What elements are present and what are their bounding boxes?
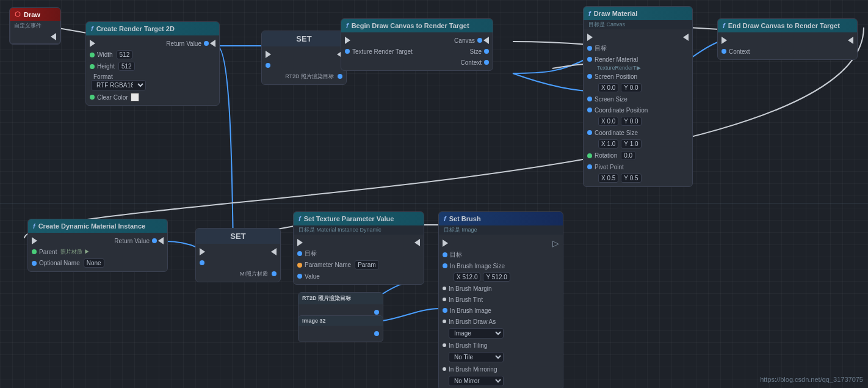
dm-coord-pos-row: Coordinate Position	[584, 104, 692, 115]
sb-tiling-select[interactable]: No Tile	[449, 352, 504, 362]
sb-margin-row: In Brush Margin	[439, 283, 563, 294]
end-context-label: Context	[729, 48, 750, 55]
image32-header: Image 32	[298, 316, 383, 326]
sb-play-icon: ▷	[552, 238, 559, 248]
dm-pivot-label: Pivot Point	[595, 164, 624, 170]
set2-exec-out	[271, 248, 277, 255]
sb-draw-as-row: In Brush Draw As	[439, 316, 563, 327]
sb-mirroring-label: In Brush Mirroring	[449, 366, 497, 373]
sb-margin-label: In Brush Margin	[449, 285, 492, 292]
stp-body: 目标 Parameter Name Param Value	[294, 235, 424, 284]
sb-mirroring-select-row: No Mirror	[439, 375, 563, 387]
set2-header: SET	[196, 229, 280, 244]
draw-event-header: ⬡ Draw	[10, 8, 60, 21]
color-swatch	[131, 93, 139, 101]
set2-target-row: MI照片材质	[196, 268, 280, 279]
stp-exec-out	[414, 239, 420, 246]
sb-tiling-label: In Brush Tiling	[449, 342, 487, 349]
watermark: https://blog.csdn.net/qq_31737075	[760, 376, 863, 383]
stp-value-pin	[297, 274, 302, 279]
sb-draw-as-select[interactable]: Image	[449, 328, 504, 339]
dm-coord-size-xy: X 1.0 Y 1.0	[584, 138, 692, 150]
sb-image-size-xy: X 512.0 Y 512.0	[439, 271, 563, 283]
texture-render-row: Texture Render Target Size	[341, 46, 493, 57]
blueprint-canvas: ⬡ Draw 自定义事件 f Create Render Target 2D R…	[0, 0, 868, 388]
sb-target-row: 目标	[439, 249, 563, 260]
set1-header: SET	[262, 31, 346, 46]
dm-render-mat-val: TextureRenderT▶	[584, 65, 692, 71]
dm-screen-size-label: Screen Size	[595, 96, 627, 103]
size-label: Size	[470, 48, 482, 55]
set2-exec-row	[196, 246, 280, 257]
dm-screen-size-pin	[587, 97, 592, 101]
set2-out-pin	[272, 271, 277, 276]
dm-pivot-xy: X 0.5 Y 0.5	[584, 172, 692, 184]
set1-target-label: RT2D 照片渲染目标	[285, 73, 334, 81]
cdm-parent-label: Parent	[39, 249, 57, 255]
sb-draw-as-select-row: Image	[439, 327, 563, 340]
cdm-func-icon: f	[33, 222, 35, 230]
exec-pin-out	[51, 33, 56, 40]
sb-image-size-row: In Brush Image Size	[439, 260, 563, 271]
begin-draw-header: f Begin Draw Canvas to Render Target	[341, 19, 493, 32]
sb-margin-pin	[443, 287, 446, 290]
stp-target-pin	[297, 251, 302, 256]
sb-tiling-select-row: No Tile	[439, 351, 563, 364]
rt2d-out-pin	[374, 310, 379, 315]
end-exec-in	[722, 37, 727, 44]
set2-body: MI照片材质	[196, 244, 280, 282]
end-draw-node: f End Draw Canvas to Render Target Conte…	[717, 18, 858, 60]
set1-target-row: RT2D 照片渲染目标	[262, 71, 346, 82]
sb-title: Set Brush	[449, 215, 481, 222]
dm-coord-pos-pin	[587, 108, 592, 112]
set2-node: SET MI照片材质	[195, 228, 281, 282]
return-label: Return Value	[166, 40, 201, 47]
width-value: 512	[117, 50, 133, 59]
event-icon: ⬡	[15, 10, 21, 18]
sb-tiling-row: In Brush Tiling	[439, 340, 563, 351]
stp-exec-in	[297, 239, 303, 246]
begin-draw-node: f Begin Draw Canvas to Render Target Can…	[341, 18, 493, 71]
dm-screen-pos-pin	[587, 74, 592, 79]
draw-material-body: 目标 Render Material TextureRenderT▶ Scree…	[584, 29, 692, 186]
section-divider	[0, 203, 868, 203]
sb-target-pin	[443, 252, 447, 257]
set2-in-row	[196, 257, 280, 268]
context-pin	[484, 60, 489, 65]
texture-pin	[345, 49, 350, 54]
sb-mirroring-select[interactable]: No Mirror	[449, 376, 504, 386]
begin-draw-func-icon: f	[346, 22, 349, 29]
func-icon: f	[91, 25, 93, 32]
dm-rotation-label: Rotation	[595, 152, 617, 159]
dm-coord-size-label: Coordinate Size	[595, 130, 638, 136]
sb-x-val: X 512.0	[454, 273, 480, 282]
set2-target-label: MI照片材质	[240, 270, 268, 278]
set1-in-pin	[266, 63, 270, 68]
dm-coord-pos-xy: X 0.0 Y 0.0	[584, 115, 692, 127]
set-brush-node: f Set Brush 目标是 Image ▷ 目标 In Brush Imag…	[438, 211, 563, 388]
begin-draw-exec-row: Canvas	[341, 35, 493, 46]
set1-out-pin	[338, 74, 342, 79]
dm-coord-size-pin	[587, 130, 592, 135]
sb-draw-as-pin	[443, 320, 446, 323]
set1-node: SET RT2D 照片渲染目标	[261, 31, 347, 85]
image32-body	[298, 326, 383, 342]
clear-color-pin	[90, 95, 95, 100]
dm-exec-row	[584, 32, 692, 43]
stp-exec-row	[294, 237, 424, 248]
stp-param-pin	[297, 263, 302, 268]
end-exec-row	[718, 35, 857, 46]
texture-label: Texture Render Target	[352, 48, 413, 55]
image32-out-row	[298, 328, 383, 339]
set-brush-header: f Set Brush	[439, 212, 563, 225]
draw-material-header: f Draw Material	[584, 7, 692, 20]
draw-event-node: ⬡ Draw 自定义事件	[9, 7, 61, 45]
sb-tint-pin	[443, 298, 446, 301]
create-dynamic-material-header: f Create Dynamic Material Instance	[28, 219, 167, 233]
exec-in	[90, 40, 95, 47]
cdm-return-pin	[152, 238, 157, 243]
dm-rotation-val: 0.0	[621, 151, 635, 160]
format-select[interactable]: RTF RGBA16f	[91, 80, 146, 90]
cdm-opt-name-val: None	[84, 258, 104, 268]
end-exec-out	[848, 37, 853, 44]
